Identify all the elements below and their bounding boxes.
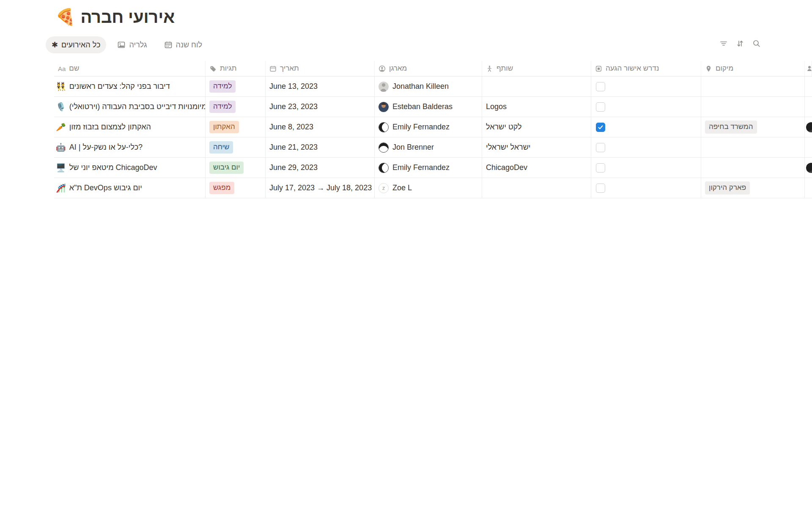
table-row[interactable]: 🥕 האקתון לצמצום בזבוז מזון האקתון June 8… — [54, 117, 812, 137]
rsvp-cell[interactable] — [591, 137, 701, 157]
page: 🍕 אירועי חברה ✱ כל האירועים גלריה לוח שנ… — [0, 0, 812, 198]
date-cell[interactable]: July 17, 2023 → July 18, 2023 — [266, 178, 375, 198]
rsvp-checkbox[interactable] — [596, 184, 605, 193]
person-icon — [379, 65, 386, 72]
date-value: June 8, 2023 — [269, 123, 313, 132]
column-header-participants[interactable] — [805, 61, 812, 76]
rsvp-cell[interactable] — [591, 178, 701, 198]
organizer-cell[interactable]: Emily Fernandez — [375, 158, 482, 178]
table-row[interactable]: 🤖 AI | כלי-על או נשק-על? שיחה June 21, 2… — [54, 137, 812, 158]
partner-cell[interactable]: ישראל ישראלי — [482, 137, 591, 157]
date-cell[interactable]: June 13, 2023 — [266, 77, 375, 96]
tags-cell[interactable]: האקתון — [206, 117, 266, 137]
column-header-date[interactable]: תאריך — [266, 61, 375, 76]
gallery-icon — [117, 41, 126, 49]
organizer-cell[interactable]: Emily Fernandez — [375, 117, 482, 137]
location-cell[interactable]: פארק הירקון — [701, 178, 805, 198]
event-name: מיטאפ יוני של ChicagoDev — [69, 163, 157, 172]
column-header-location[interactable]: מיקום — [701, 61, 805, 76]
event-name: יום גיבוש DevOps ת"א — [69, 184, 142, 192]
tags-cell[interactable]: למידה — [206, 77, 266, 96]
partner-cell[interactable]: לקט ישראל — [482, 117, 591, 137]
partner-cell[interactable]: Logos — [482, 97, 591, 117]
column-label: תגיות — [220, 64, 237, 73]
date-cell[interactable]: June 21, 2023 — [266, 137, 375, 157]
partner-cell[interactable] — [482, 77, 591, 96]
participants-cell[interactable] — [805, 137, 812, 157]
event-name-cell[interactable]: 🤖 AI | כלי-על או נשק-על? — [54, 137, 206, 157]
location-cell[interactable] — [701, 158, 805, 178]
tags-cell[interactable]: למידה — [206, 97, 266, 117]
tab-all-events[interactable]: ✱ כל האירועים — [46, 36, 106, 53]
location-pill: המשרד בחיפה — [705, 121, 757, 133]
location-cell[interactable]: המשרד בחיפה — [701, 117, 805, 137]
rsvp-cell[interactable] — [591, 158, 701, 178]
column-header-rsvp[interactable]: נדרש אישור הגעה — [591, 61, 701, 76]
page-title[interactable]: אירועי חברה — [80, 8, 175, 27]
location-cell[interactable] — [701, 77, 805, 96]
column-label: נדרש אישור הגעה — [606, 64, 659, 73]
tab-calendar[interactable]: לוח שנה — [158, 36, 208, 53]
table-row[interactable]: 🖥️ מיטאפ יוני של ChicagoDev יום גיבוש Ju… — [54, 158, 812, 178]
date-cell[interactable]: June 23, 2023 — [266, 97, 375, 117]
organizer-cell[interactable]: Jonathan Killeen — [375, 77, 482, 96]
avatar — [379, 82, 389, 92]
participants-cell[interactable] — [805, 117, 812, 137]
checkbox-icon — [595, 65, 602, 72]
date-cell[interactable]: June 8, 2023 — [266, 117, 375, 137]
tags-cell[interactable]: מפגש — [206, 178, 266, 198]
event-emoji-icon: 🖥️ — [56, 164, 66, 172]
rsvp-checkbox[interactable] — [596, 143, 605, 152]
table-row[interactable]: 🎢 יום גיבוש DevOps ת"א מפגש July 17, 202… — [54, 178, 812, 198]
sort-icon[interactable] — [735, 39, 745, 48]
event-name-cell[interactable]: 🥕 האקתון לצמצום בזבוז מזון — [54, 117, 206, 137]
calendar-icon — [164, 41, 173, 49]
rsvp-checkbox[interactable] — [596, 163, 605, 173]
rsvp-cell[interactable] — [591, 117, 701, 137]
column-label: שם — [69, 64, 79, 73]
table-row[interactable]: 👯 דיבור בפני קהל: צעדים ראשונים למידה Ju… — [54, 77, 812, 97]
location-cell[interactable] — [701, 97, 805, 117]
table-header-row: Aa שם תגיות תאריך מארגן — [54, 61, 812, 77]
rsvp-cell[interactable] — [591, 97, 701, 117]
column-header-organizer[interactable]: מארגן — [375, 61, 482, 76]
date-value: July 17, 2023 → July 18, 2023 — [269, 184, 372, 192]
search-icon[interactable] — [752, 39, 761, 48]
participant-avatar — [806, 122, 812, 132]
column-header-partner[interactable]: שותף — [482, 61, 591, 76]
text-icon: Aa — [58, 65, 66, 72]
tab-gallery[interactable]: גלריה — [111, 36, 153, 53]
date-cell[interactable]: June 29, 2023 — [266, 158, 375, 178]
event-name-cell[interactable]: 🖥️ מיטאפ יוני של ChicagoDev — [54, 158, 206, 178]
partner-cell[interactable]: ChicagoDev — [482, 158, 591, 178]
organizer-name: Jon Brenner — [392, 143, 434, 152]
rsvp-checkbox[interactable] — [596, 102, 605, 112]
participants-cell[interactable] — [805, 178, 812, 198]
location-pill: פארק הירקון — [705, 181, 750, 194]
date-value: June 23, 2023 — [269, 102, 318, 111]
rsvp-cell[interactable] — [591, 77, 701, 96]
event-name-cell[interactable]: 👯 דיבור בפני קהל: צעדים ראשונים — [54, 77, 206, 96]
page-emoji-icon[interactable]: 🍕 — [55, 9, 75, 25]
organizer-cell[interactable]: Jon Brenner — [375, 137, 482, 157]
event-emoji-icon: 👯 — [56, 82, 66, 90]
filter-icon[interactable] — [719, 39, 728, 48]
organizer-cell[interactable]: z Zoe L — [375, 178, 482, 198]
event-name-cell[interactable]: 🎙️ מיומנויות דיבייט בסביבת העבודה (וירטו… — [54, 97, 206, 117]
event-name: דיבור בפני קהל: צעדים ראשונים — [69, 82, 170, 91]
column-header-tags[interactable]: תגיות — [206, 61, 266, 76]
participants-cell[interactable] — [805, 158, 812, 178]
tags-cell[interactable]: יום גיבוש — [206, 158, 266, 178]
avatar — [379, 143, 389, 153]
participants-cell[interactable] — [805, 97, 812, 117]
participants-cell[interactable] — [805, 77, 812, 96]
event-name-cell[interactable]: 🎢 יום גיבוש DevOps ת"א — [54, 178, 206, 198]
rsvp-checkbox[interactable] — [596, 82, 605, 91]
table-row[interactable]: 🎙️ מיומנויות דיבייט בסביבת העבודה (וירטו… — [54, 97, 812, 117]
partner-cell[interactable] — [482, 178, 591, 198]
organizer-cell[interactable]: Esteban Balderas — [375, 97, 482, 117]
column-header-name[interactable]: Aa שם — [54, 61, 206, 76]
tags-cell[interactable]: שיחה — [206, 137, 266, 157]
location-cell[interactable] — [701, 137, 805, 157]
rsvp-checkbox[interactable] — [596, 123, 605, 132]
